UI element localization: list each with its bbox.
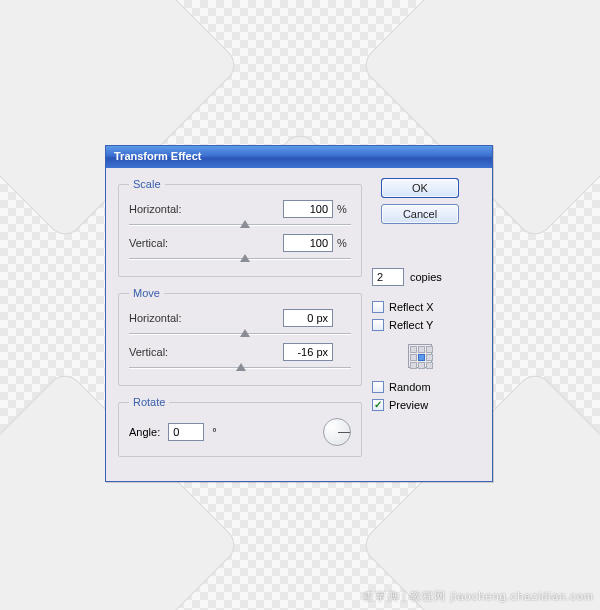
copies-label: copies xyxy=(410,271,442,283)
reflect-y-row[interactable]: Reflect Y xyxy=(372,319,468,331)
scale-vertical-slider[interactable] xyxy=(129,254,351,264)
angle-label: Angle: xyxy=(129,426,160,438)
ok-button[interactable]: OK xyxy=(381,178,459,198)
percent-unit: % xyxy=(337,237,351,249)
scale-legend: Scale xyxy=(129,178,165,190)
copies-input[interactable] xyxy=(372,268,404,286)
transform-effect-dialog: Transform Effect Scale Horizontal: % Ver… xyxy=(105,145,493,482)
angle-dial[interactable] xyxy=(323,418,351,446)
move-legend: Move xyxy=(129,287,164,299)
move-vertical-slider[interactable] xyxy=(129,363,351,373)
random-checkbox[interactable] xyxy=(372,381,384,393)
anchor-grid-icon[interactable] xyxy=(408,344,432,368)
random-label: Random xyxy=(389,381,431,393)
cancel-button[interactable]: Cancel xyxy=(381,204,459,224)
dialog-title: Transform Effect xyxy=(114,150,201,162)
scale-horizontal-input[interactable] xyxy=(283,200,333,218)
scale-horizontal-slider[interactable] xyxy=(129,220,351,230)
move-group: Move Horizontal: Vertical: xyxy=(118,287,362,386)
reflect-y-label: Reflect Y xyxy=(389,319,433,331)
move-horizontal-label: Horizontal: xyxy=(129,312,182,324)
preview-label: Preview xyxy=(389,399,428,411)
scale-vertical-label: Vertical: xyxy=(129,237,168,249)
reflect-x-row[interactable]: Reflect X xyxy=(372,301,468,313)
preview-checkbox[interactable] xyxy=(372,399,384,411)
degree-unit: ° xyxy=(212,426,216,438)
move-vertical-input[interactable] xyxy=(283,343,333,361)
rotate-legend: Rotate xyxy=(129,396,169,408)
move-horizontal-slider[interactable] xyxy=(129,329,351,339)
watermark: 查字典 | 教程网 jiaocheng.chazidian.com xyxy=(363,589,595,604)
angle-input[interactable] xyxy=(168,423,204,441)
percent-unit: % xyxy=(337,203,351,215)
random-row[interactable]: Random xyxy=(372,381,468,393)
scale-horizontal-label: Horizontal: xyxy=(129,203,182,215)
rotate-group: Rotate Angle: ° xyxy=(118,396,362,457)
reflect-y-checkbox[interactable] xyxy=(372,319,384,331)
scale-vertical-input[interactable] xyxy=(283,234,333,252)
reflect-x-label: Reflect X xyxy=(389,301,434,313)
scale-group: Scale Horizontal: % Vertical: % xyxy=(118,178,362,277)
reflect-x-checkbox[interactable] xyxy=(372,301,384,313)
dialog-titlebar[interactable]: Transform Effect xyxy=(106,146,492,168)
move-horizontal-input[interactable] xyxy=(283,309,333,327)
preview-row[interactable]: Preview xyxy=(372,399,468,411)
move-vertical-label: Vertical: xyxy=(129,346,168,358)
